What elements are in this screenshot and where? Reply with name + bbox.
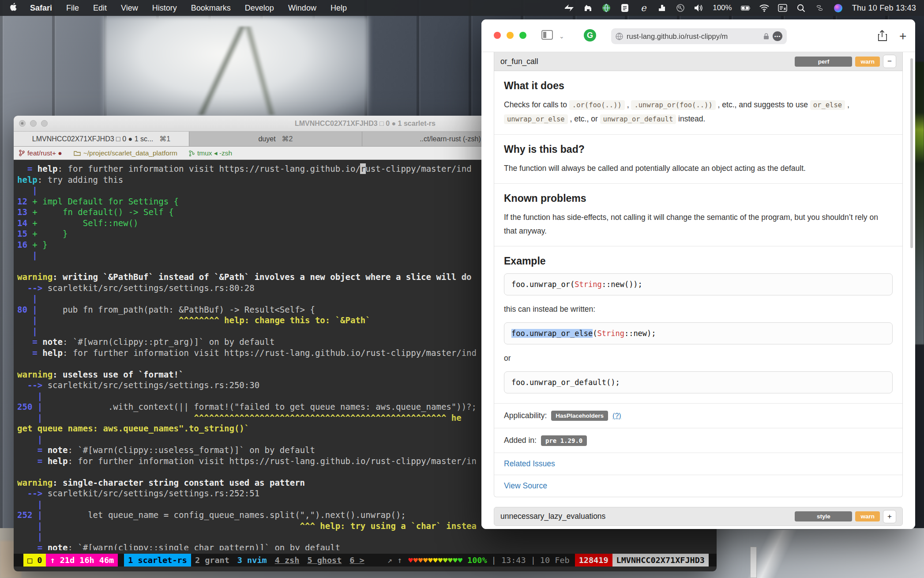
terminal-tab-2[interactable]: duyet ⌘2 (189, 132, 362, 146)
new-tab-icon[interactable]: + (899, 29, 906, 43)
section-heading: Example (504, 255, 893, 267)
reader-options-icon[interactable]: ••• (773, 31, 782, 41)
section-heading: Known problems (504, 193, 893, 204)
tmux-window[interactable]: 4 zsh (271, 554, 304, 567)
lint-header-or-fun-call[interactable]: or_fun_call perf warn − (494, 52, 903, 71)
script-e-icon[interactable]: e (639, 3, 648, 13)
lock-icon (763, 33, 769, 40)
section-heading: Why is this bad? (504, 144, 893, 155)
volume-icon[interactable] (694, 3, 704, 13)
menu-item-bookmarks[interactable]: Bookmarks (184, 4, 238, 13)
control-center-icon[interactable] (815, 3, 825, 13)
notes-app-icon[interactable] (620, 3, 630, 13)
lint-name: or_fun_call (500, 57, 538, 66)
added-in-row: Added in: pre 1.29.0 (494, 428, 902, 453)
lint-level-badge: warn (855, 57, 880, 67)
row-label: Applicability: (504, 409, 547, 423)
lint-detail-panel: What it does Checks for calls to .or(foo… (494, 71, 903, 497)
menu-item-window[interactable]: Window (281, 4, 323, 13)
apple-menu-icon[interactable] (10, 3, 17, 13)
applicability-badge: HasPlaceholders (551, 411, 608, 421)
menu-item-edit[interactable]: Edit (86, 4, 114, 13)
dock-upload-icon[interactable] (657, 3, 667, 13)
macos-menu-bar: SafariFileEditViewHistoryBookmarksDevelo… (0, 0, 924, 16)
git-branch-status: feat/rust+ ● (19, 149, 62, 157)
lint-category-badge: perf (795, 57, 852, 67)
share-icon[interactable] (877, 30, 887, 43)
background-scrollbar-strip (750, 547, 757, 578)
menu-item-file[interactable]: File (59, 4, 86, 13)
working-directory: ~/project/scarlet_data_platform (74, 149, 177, 157)
version-badge: pre 1.29.0 (541, 435, 587, 446)
lint-header-unnecessary-lazy-evaluations[interactable]: unnecessary_lazy_evaluations style warn … (494, 507, 903, 526)
tmux-window[interactable]: 5 ghost (303, 554, 346, 567)
tmux-window[interactable]: ↑ 21d 16h 46m (46, 554, 118, 567)
safari-close-button[interactable] (494, 32, 501, 39)
safari-minimize-button[interactable] (507, 32, 514, 39)
siri-icon[interactable] (834, 3, 843, 13)
input-source-icon[interactable] (778, 3, 788, 13)
send-icon[interactable] (564, 3, 574, 13)
tmux-window[interactable]: 3 nvim (233, 554, 271, 567)
spotlight-icon[interactable] (796, 3, 806, 13)
tmux-hostname: LMVNHCC02X71XFJHD3 (612, 554, 709, 567)
tmux-status-bar: □ 0↑ 21d 16h 46m1 scarlet-rs2 grant3 nvi… (14, 554, 717, 567)
expand-button[interactable]: + (883, 510, 896, 523)
lint-category-badge: style (795, 511, 852, 521)
page-scrollbar[interactable] (910, 58, 913, 248)
wifi-icon[interactable] (759, 3, 769, 13)
screen-lock-icon[interactable] (676, 3, 685, 13)
safari-window[interactable]: ⌄ G rust-lang.github.io/rust-clippy/m ••… (481, 19, 915, 529)
process-tree-icon (189, 150, 195, 156)
section-text: this can instead be written: (504, 302, 893, 316)
code-block[interactable]: foo.unwrap_or_default(); (504, 371, 893, 393)
battery-icon[interactable] (741, 3, 751, 13)
folder-icon (74, 150, 81, 156)
sidebar-toggle-icon[interactable] (541, 30, 553, 40)
menu-item-safari[interactable]: Safari (23, 4, 59, 13)
collapse-button[interactable]: − (883, 55, 896, 68)
terminal-tab-1[interactable]: LMVNHCC02X71XFJHD3 □ 0 ● 1 sc... ⌘1 (14, 132, 189, 146)
tmux-battery-percent: 100% (467, 555, 487, 565)
view-source-row: View Source (494, 475, 902, 497)
section-heading: What it does (504, 80, 893, 92)
section-why-bad: Why is this bad? The function will alway… (494, 135, 902, 184)
menu-item-develop[interactable]: Develop (238, 4, 281, 13)
section-text: Checks for calls to .or(foo(..)) , .unwr… (504, 98, 893, 126)
tmux-window[interactable]: 1 scarlet-rs (124, 554, 191, 567)
vpn-globe-icon[interactable] (601, 3, 611, 13)
globe-icon (616, 33, 623, 40)
menu-bar-status-tray: e 100% Thu 10 Feb 13:43 (564, 3, 924, 13)
code-block[interactable]: foo.unwrap_or_else(String::new); (504, 322, 893, 344)
tmux-date: 10 Feb (540, 555, 570, 565)
tmux-clock: | 13:43 | (492, 555, 536, 565)
battery-hearts: ♥♥♥♥♥♥♥♥♥♥♥ (408, 555, 463, 565)
tab-shortcut: ⌘1 (159, 135, 170, 143)
tmux-window[interactable]: 6 > (346, 554, 368, 567)
session-status: tmux ◂ -zsh (189, 149, 232, 157)
menu-item-view[interactable]: View (114, 4, 145, 13)
view-source-link[interactable]: View Source (504, 481, 547, 490)
related-issues-link[interactable]: Related Issues (504, 459, 555, 468)
network-arrows: ↗ ↑ (387, 555, 402, 565)
menu-item-help[interactable]: Help (323, 4, 354, 13)
applicability-help-link[interactable]: (?) (612, 412, 621, 420)
section-known-problems: Known problems If the function has side-… (494, 184, 902, 246)
section-text: or (504, 351, 893, 365)
menu-item-history[interactable]: History (145, 4, 184, 13)
floor-highlight (715, 530, 830, 578)
related-issues-row: Related Issues (494, 453, 902, 475)
address-bar[interactable]: rust-lang.github.io/rust-clippy/m ••• (611, 28, 787, 44)
tmux-window[interactable]: 2 grant (191, 554, 233, 567)
fox-app-icon[interactable] (583, 3, 593, 13)
safari-zoom-button[interactable] (519, 32, 526, 39)
tmux-window[interactable]: □ 0 (23, 554, 46, 567)
code-block[interactable]: foo.unwrap_or(String::new()); (504, 273, 893, 295)
row-label: Added in: (504, 434, 537, 447)
grammarly-extension-icon[interactable]: G (584, 29, 596, 42)
menu-bar-clock[interactable]: Thu 10 Feb 13:43 (852, 4, 916, 13)
page-content: or_fun_call perf warn − What it does Che… (481, 52, 915, 529)
chevron-down-icon[interactable]: ⌄ (559, 33, 564, 40)
tmux-counter-badge: 128419 (575, 554, 612, 567)
tmux-window-list[interactable]: □ 0↑ 21d 16h 46m1 scarlet-rs2 grant3 nvi… (23, 554, 368, 567)
